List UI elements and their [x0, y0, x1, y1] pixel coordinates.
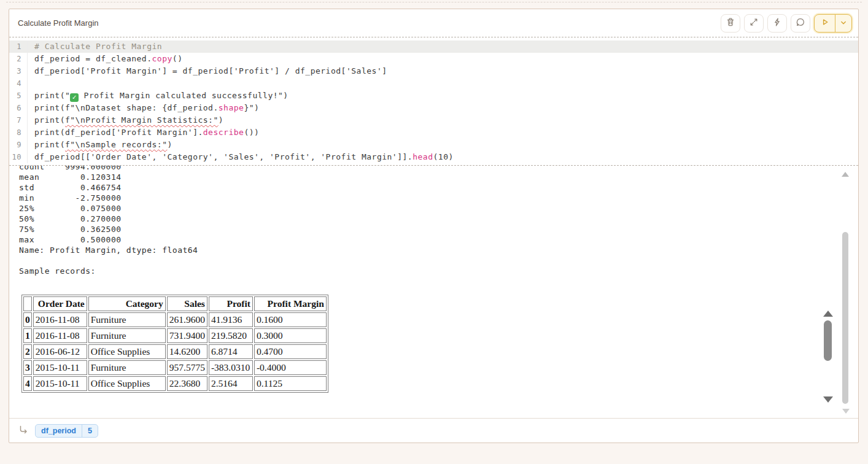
table-cell: 2.5164: [209, 376, 253, 391]
table-cell: 2016-06-12: [33, 344, 87, 359]
code-text: print(f"\nSample records:"): [28, 139, 172, 151]
output-scroll-up-arrow[interactable]: [842, 172, 849, 177]
cell-toolbar: [721, 14, 852, 33]
table-cell: 2016-11-08: [33, 312, 87, 327]
line-number: 4: [9, 77, 28, 90]
table-scrollbar-thumb[interactable]: [824, 320, 832, 361]
table-cell: 261.9600: [167, 312, 207, 327]
check-emoji: ✓: [70, 93, 79, 102]
notebook-cell: Calculate Profit Margin: [9, 9, 859, 443]
code-text: print(df_period['Profit Margin'].describ…: [28, 126, 259, 139]
table-index-cell: 0: [23, 312, 32, 327]
code-line[interactable]: 8print(df_period['Profit Margin'].descri…: [9, 126, 858, 139]
code-line[interactable]: 3df_period['Profit Margin'] = df_period[…: [9, 65, 858, 77]
table-cell: 2015-10-11: [33, 360, 87, 375]
table-row: 32015-10-11Furniture957.5775-383.0310-0.…: [23, 360, 327, 375]
code-text: # Calculate Profit Margin: [28, 41, 162, 53]
table-scroll-up-arrow[interactable]: [823, 311, 833, 317]
code-line[interactable]: 10df_period[['Order Date', 'Category', '…: [9, 151, 858, 163]
run-split-button: [814, 14, 852, 33]
table-header-cell: Category: [88, 296, 166, 311]
delete-cell-button[interactable]: [721, 14, 740, 33]
code-text: df_period = df_cleaned.copy(): [28, 53, 182, 65]
trash-icon: [725, 17, 736, 30]
ai-actions-button[interactable]: [767, 14, 787, 33]
line-number: 1: [9, 41, 28, 53]
run-cell-button[interactable]: [815, 15, 835, 32]
table-cell: 41.9136: [209, 312, 253, 327]
table-header-cell: Profit: [209, 296, 253, 311]
code-text: print("✓ Profit Margin calculated succes…: [28, 90, 289, 102]
code-line[interactable]: 1# Calculate Profit Margin: [9, 41, 858, 53]
dataframe-table: Order DateCategorySalesProfitProfit Marg…: [21, 295, 328, 393]
table-cell: Furniture: [88, 312, 166, 327]
cell-title: Calculate Profit Margin: [18, 18, 99, 28]
output-scrollbar-thumb[interactable]: [842, 232, 848, 404]
code-text: [28, 77, 34, 90]
cell-header: Calculate Profit Margin: [9, 9, 858, 37]
table-row: 02016-11-08Furniture261.960041.91360.160…: [23, 312, 327, 327]
code-line[interactable]: 7print(f"\nProfit Margin Statistics:"): [9, 114, 858, 126]
table-index-cell: 4: [23, 376, 32, 391]
line-number: 5: [9, 90, 28, 102]
expand-cell-button[interactable]: [744, 14, 764, 33]
table-row: 42015-10-11Office Supplies22.36802.51640…: [23, 376, 327, 391]
code-line[interactable]: 2df_period = df_cleaned.copy(): [9, 53, 858, 65]
stdout-text: count 9994.000000 mean 0.120314 std 0.46…: [19, 166, 858, 276]
run-options-button[interactable]: [835, 15, 851, 32]
code-line[interactable]: 4: [9, 77, 858, 90]
code-line[interactable]: 6print(f"\nDataset shape: {df_period.sha…: [9, 102, 858, 114]
table-index-cell: 1: [23, 328, 32, 343]
table-header-cell: [23, 296, 32, 311]
comment-icon: [795, 17, 806, 30]
table-cell: 0.4700: [254, 344, 327, 359]
variable-count-badge: 5: [82, 425, 98, 437]
table-index-cell: 2: [23, 344, 32, 359]
table-index-cell: 3: [23, 360, 32, 375]
code-line[interactable]: 5print("✓ Profit Margin calculated succe…: [9, 90, 858, 102]
table-header-cell: Order Date: [33, 296, 87, 311]
cell-footer: df_period 5: [9, 418, 858, 443]
table-cell: 0.1600: [254, 312, 327, 327]
table-scroll-down-arrow[interactable]: [823, 396, 833, 403]
line-number: 10: [9, 151, 28, 163]
comment-button[interactable]: [791, 14, 810, 33]
play-icon: [820, 17, 830, 29]
code-text: df_period['Profit Margin'] = df_period['…: [28, 65, 387, 77]
line-number: 9: [9, 139, 28, 151]
table-header-cell: Profit Margin: [254, 296, 327, 311]
line-number: 6: [9, 102, 28, 114]
table-cell: 0.1125: [254, 376, 327, 391]
chevron-down-icon: [840, 18, 847, 29]
page-divider: [6, 2, 862, 2]
table-cell: 731.9400: [167, 328, 207, 343]
code-editor[interactable]: 1# Calculate Profit Margin2df_period = d…: [9, 37, 858, 166]
table-header-cell: Sales: [167, 296, 207, 311]
table-cell: 2016-11-08: [33, 328, 87, 343]
code-line[interactable]: 9print(f"\nSample records:"): [9, 139, 858, 151]
table-cell: -0.4000: [254, 360, 327, 375]
variable-name: df_period: [36, 425, 82, 437]
line-number: 7: [9, 114, 28, 126]
output-scroll-down-arrow[interactable]: [842, 409, 850, 414]
lightning-icon: [772, 17, 783, 30]
table-row: 12016-11-08Furniture731.9400219.58200.30…: [23, 328, 327, 343]
table-cell: 14.6200: [167, 344, 207, 359]
table-cell: Furniture: [88, 328, 166, 343]
line-number: 2: [9, 53, 28, 65]
table-cell: 219.5820: [209, 328, 253, 343]
code-text: df_period[['Order Date', 'Category', 'Sa…: [28, 151, 454, 163]
variable-chip-df-period[interactable]: df_period 5: [35, 424, 98, 438]
table-cell: Office Supplies: [88, 376, 166, 391]
table-cell: -383.0310: [209, 360, 253, 375]
table-cell: 2015-10-11: [33, 376, 87, 391]
table-cell: 22.3680: [167, 376, 207, 391]
return-arrow-icon: [18, 424, 29, 438]
table-cell: Office Supplies: [88, 344, 166, 359]
table-row: 22016-06-12Office Supplies14.62006.87140…: [23, 344, 327, 359]
table-cell: 957.5775: [167, 360, 207, 375]
line-number: 3: [9, 65, 28, 77]
cell-output: count 9994.000000 mean 0.120314 std 0.46…: [9, 166, 858, 418]
expand-icon: [748, 17, 759, 30]
table-cell: 0.3000: [254, 328, 327, 343]
